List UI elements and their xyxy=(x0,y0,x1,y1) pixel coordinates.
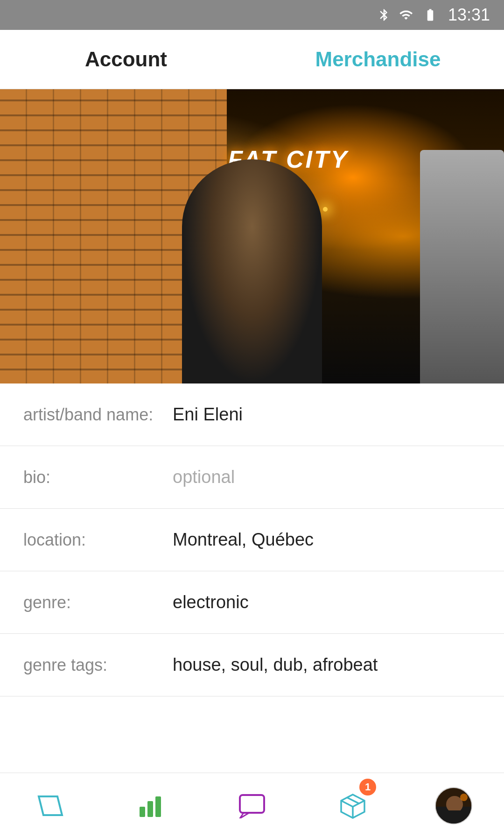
bio-label: bio: xyxy=(23,468,173,487)
bio-value[interactable]: optional xyxy=(173,467,481,487)
artist-name-label: artist/band name: xyxy=(23,405,173,425)
bluetooth-icon xyxy=(377,8,391,22)
artist-name-row[interactable]: artist/band name: Eni Eleni xyxy=(0,383,504,446)
form-section: artist/band name: Eni Eleni bio: optiona… xyxy=(0,383,504,696)
svg-rect-2 xyxy=(147,801,153,817)
svg-rect-14 xyxy=(446,810,463,824)
status-time: 13:31 xyxy=(448,5,490,25)
svg-line-10 xyxy=(347,797,359,803)
svg-rect-3 xyxy=(155,796,161,817)
genre-tags-value[interactable]: house, soul, dub, afrobeat xyxy=(173,655,481,675)
artist-name-value[interactable]: Eni Eleni xyxy=(173,405,481,425)
svg-rect-1 xyxy=(140,807,145,817)
genre-value[interactable]: electronic xyxy=(173,592,481,612)
nav-item-music[interactable] xyxy=(0,773,101,838)
nav-item-packages[interactable]: 1 xyxy=(302,773,403,838)
avatar-icon xyxy=(435,787,472,824)
bottom-nav: 1 xyxy=(0,773,504,838)
person-body xyxy=(182,159,322,383)
genre-tags-row[interactable]: genre tags: house, soul, dub, afrobeat xyxy=(0,634,504,696)
tab-header: Account Merchandise xyxy=(0,30,504,89)
svg-marker-0 xyxy=(39,796,62,815)
street-light xyxy=(323,207,328,212)
wifi-icon xyxy=(398,8,414,22)
genre-label: genre: xyxy=(23,593,173,612)
car-shape xyxy=(420,150,504,383)
status-bar: 13:31 xyxy=(0,0,504,30)
bio-row[interactable]: bio: optional xyxy=(0,446,504,509)
nav-item-messages[interactable] xyxy=(202,773,302,838)
status-icons xyxy=(377,8,440,22)
chart-icon xyxy=(135,789,168,822)
chat-icon xyxy=(236,789,268,822)
nav-item-stats[interactable] xyxy=(101,773,202,838)
svg-rect-4 xyxy=(240,795,264,813)
package-badge: 1 xyxy=(359,779,376,795)
parallelogram-icon xyxy=(34,789,67,822)
location-label: location: xyxy=(23,530,173,550)
location-value[interactable]: Montreal, Québec xyxy=(173,530,481,550)
battery-icon xyxy=(421,8,440,22)
tab-merchandise[interactable]: Merchandise xyxy=(252,30,504,89)
tab-account[interactable]: Account xyxy=(0,30,252,89)
genre-tags-label: genre tags: xyxy=(23,655,173,675)
svg-line-7 xyxy=(341,801,353,807)
genre-row[interactable]: genre: electronic xyxy=(0,571,504,634)
profile-image[interactable]: FAT CITY xyxy=(0,89,504,383)
svg-point-15 xyxy=(460,794,468,801)
location-row[interactable]: location: Montreal, Québec xyxy=(0,509,504,571)
nav-item-profile[interactable] xyxy=(403,773,504,838)
